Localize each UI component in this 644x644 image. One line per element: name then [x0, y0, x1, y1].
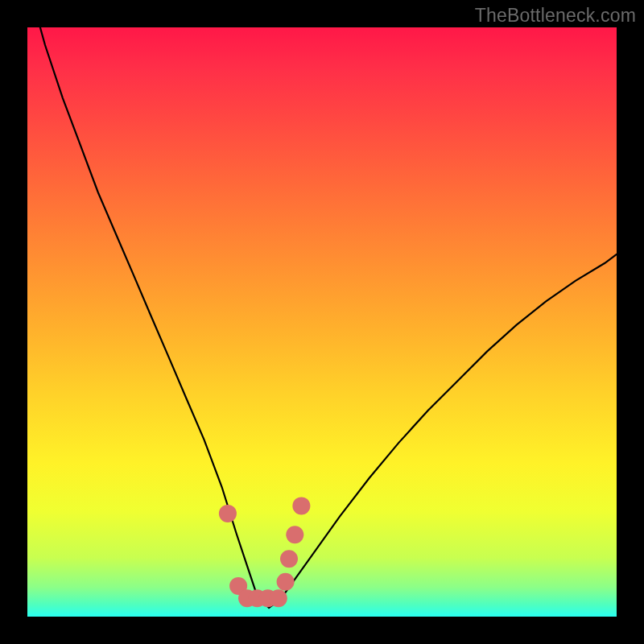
- watermark-label: TheBottleneck.com: [475, 5, 636, 27]
- chart-svg: [27, 27, 617, 617]
- plot-area: [27, 27, 617, 617]
- highlight-dot: [292, 497, 310, 514]
- highlight-dot: [286, 526, 303, 543]
- highlight-dot: [219, 505, 237, 522]
- bottleneck-curve: [31, 27, 617, 608]
- highlight-dots: [219, 497, 311, 607]
- highlight-dot: [270, 589, 287, 607]
- highlight-dot: [280, 550, 298, 568]
- chart-frame: TheBottleneck.com: [0, 0, 644, 644]
- highlight-dot: [277, 573, 295, 591]
